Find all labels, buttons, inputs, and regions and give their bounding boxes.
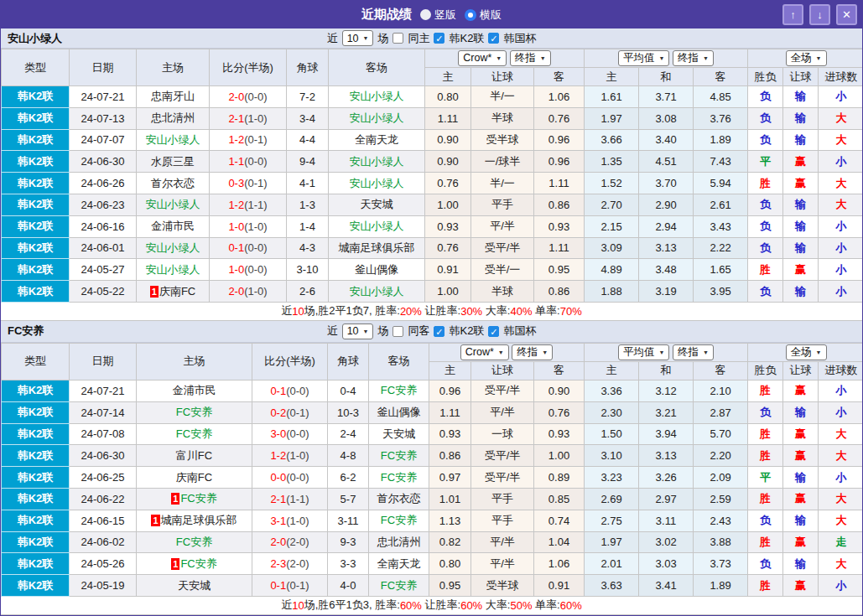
radio-selected-icon[interactable]	[465, 9, 476, 21]
odds-stage-select[interactable]: 终指▼	[512, 344, 553, 360]
league-cell: 韩K2联	[2, 215, 70, 237]
odds-stage-select[interactable]: 终指▼	[510, 50, 551, 66]
date-cell: 24-07-13	[70, 107, 137, 129]
avg-home-odds: 1.88	[600, 285, 621, 298]
avg-away-cell: 3.76	[694, 107, 748, 129]
corner-cell: 4-0	[328, 575, 369, 597]
result-cell: 胜	[748, 575, 783, 597]
fulltime-select[interactable]: 全场▼	[786, 50, 827, 66]
radio-unselected-icon[interactable]	[420, 9, 431, 20]
avg-home-odds: 3.23	[600, 471, 621, 484]
col-handicap-result: 让球	[783, 68, 819, 86]
result-cell: 负	[748, 194, 783, 215]
match-result: 胜	[760, 263, 771, 276]
korea-cup-checkbox[interactable]: ✓	[488, 33, 499, 44]
fulltime-score: 1-1	[228, 155, 244, 168]
avg-home-odds: 2.30	[600, 406, 621, 419]
recent-count-select[interactable]: 10▼	[342, 30, 374, 46]
away-team-cell: 安山小绿人	[329, 151, 425, 173]
team1-summary: 近10场,胜2平1负7, 胜率:20% 让胜率:30% 大率:40% 单率:70…	[1, 303, 862, 321]
move-up-button[interactable]: ↑	[782, 4, 803, 25]
avg-away-odds: 1.65	[710, 263, 730, 276]
k2-league-checkbox[interactable]: ✓	[434, 326, 444, 337]
home-odds: 0.90	[437, 155, 458, 168]
avg-draw-cell: 4.51	[639, 151, 694, 173]
fulltime-score: 0-2	[270, 406, 286, 419]
average-select[interactable]: 平均值▼	[618, 50, 669, 66]
goals-result: 小	[836, 471, 847, 484]
goals-result: 小	[836, 579, 847, 592]
league-label: 韩K2联	[18, 285, 54, 298]
goals-cell: 大	[819, 488, 863, 510]
handicap-result: 输	[795, 557, 806, 570]
match-row: 韩K2联24-05-19天安城0-1(0-1)4-0FC安养0.95受半球0.9…	[2, 575, 863, 597]
halftime-score: (1-0)	[244, 112, 267, 125]
date-cell: 24-06-22	[70, 488, 137, 510]
halftime-score: (1-0)	[286, 515, 309, 527]
avg-away-cell: 1.89	[694, 575, 748, 597]
bookmaker-select[interactable]: Crow*▼	[460, 344, 509, 360]
away-odds: 0.93	[548, 220, 569, 233]
col-avg-draw: 和	[639, 68, 694, 86]
team1-results-table: 类型 日期 主场 比分(半场) 角球 客场 Crow*▼ 终指▼ 平均值▼ 终指…	[1, 49, 863, 303]
handicap-result-cell: 输	[783, 553, 819, 575]
handicap-cell: 平手	[471, 194, 534, 215]
goals-result: 大	[836, 177, 847, 189]
score-cell: 0-2(0-1)	[252, 401, 328, 423]
arrow-up-icon: ↑	[790, 8, 796, 21]
same-home-checkbox[interactable]	[393, 33, 403, 44]
same-away-checkbox[interactable]	[393, 326, 403, 337]
match-date: 24-06-01	[81, 241, 124, 254]
home-odds: 0.86	[439, 449, 460, 462]
k2-league-checkbox[interactable]: ✓	[434, 33, 444, 44]
layout-horizontal-option[interactable]: 横版	[465, 8, 502, 23]
odds-away-cell: 0.86	[534, 281, 585, 303]
match-result: 负	[760, 220, 771, 232]
avg-draw-cell: 3.40	[639, 129, 694, 151]
avg-away-odds: 3.76	[710, 112, 730, 125]
move-down-button[interactable]: ↓	[809, 4, 830, 25]
handicap-cell: 一/球半	[471, 151, 534, 173]
corner-count: 6-2	[341, 471, 356, 484]
col-handicap-result: 让球	[783, 361, 819, 380]
korea-cup-checkbox[interactable]: ✓	[488, 326, 499, 337]
avg-away-odds: 2.10	[710, 385, 730, 397]
home-odds: 1.11	[438, 112, 458, 125]
away-team-cell: 天安城	[369, 423, 429, 445]
score-cell: 3-0(0-0)	[252, 423, 328, 445]
avg-draw-odds: 3.19	[655, 285, 676, 298]
away-odds: 1.06	[548, 91, 569, 103]
corner-cell: 3-4	[287, 107, 329, 129]
avg-stage-select[interactable]: 终指▼	[673, 344, 714, 360]
close-button[interactable]: ✕	[836, 4, 857, 25]
result-cell: 胜	[748, 531, 783, 553]
average-select[interactable]: 平均值▼	[618, 344, 669, 360]
goals-result: 小	[836, 406, 847, 418]
date-cell: 24-05-27	[70, 259, 137, 281]
col-avg-away: 客	[694, 68, 748, 86]
corner-cell: 4-8	[328, 445, 369, 467]
bookmaker-select[interactable]: Crow*▼	[458, 50, 507, 66]
avg-stage-select[interactable]: 终指▼	[673, 50, 714, 66]
bookmaker-select-group: Crow*▼ 终指▼	[425, 49, 585, 68]
fulltime-select[interactable]: 全场▼	[786, 344, 827, 360]
handicap-result-cell: 赢	[783, 423, 819, 445]
recent-count-select[interactable]: 10▼	[342, 324, 374, 339]
handicap-result-cell: 输	[783, 237, 819, 259]
fulltime-score: 1-2	[228, 199, 244, 211]
layout-vertical-option[interactable]: 竖版	[420, 8, 456, 23]
match-result: 负	[760, 133, 771, 146]
average-select-group: 平均值▼ 终指▼	[585, 343, 748, 361]
league-label: 韩K2联	[18, 111, 54, 124]
handicap-result-cell: 赢	[783, 259, 819, 281]
away-odds: 0.86	[548, 199, 569, 211]
handicap-line: 受半球	[486, 579, 519, 592]
corner-count: 5-7	[341, 493, 356, 505]
fulltime-score: 0-1	[270, 579, 286, 592]
league-label: 韩K2联	[18, 220, 54, 232]
avg-draw-odds: 3.02	[655, 536, 676, 548]
avg-away-odds: 2.59	[710, 493, 730, 505]
home-team-cell: 忠南牙山	[137, 86, 210, 108]
result-cell: 负	[748, 215, 783, 237]
avg-away-cell: 2.22	[694, 237, 748, 259]
